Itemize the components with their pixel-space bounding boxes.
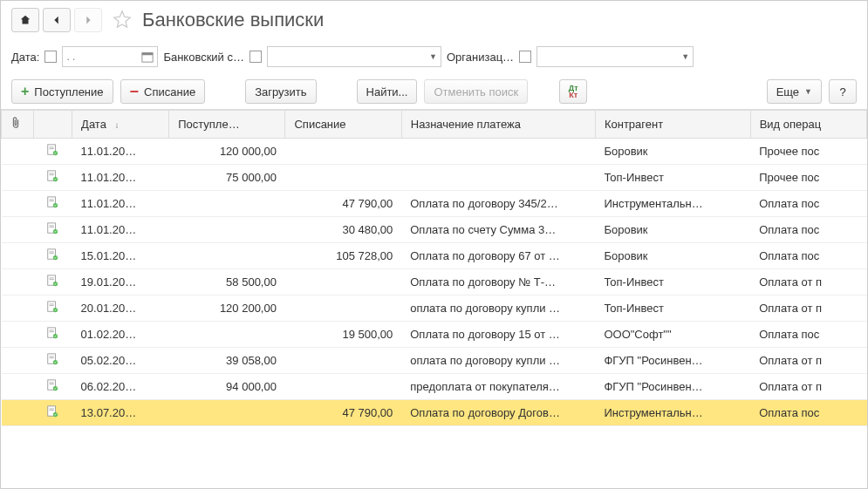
svg-rect-16 (50, 227, 54, 228)
document-icon (46, 301, 58, 313)
cell-expense: 47 790,00 (285, 400, 401, 426)
help-button[interactable]: ? (829, 79, 857, 104)
cell-income: 120 000,00 (169, 139, 285, 165)
date-placeholder: . . (66, 51, 75, 63)
org-filter-dropdown[interactable]: ▼ (537, 46, 694, 67)
back-button[interactable] (43, 8, 71, 32)
svg-rect-23 (50, 278, 54, 279)
cell-income: 39 058,00 (169, 348, 285, 374)
col-header-income[interactable]: Поступле… (169, 111, 285, 139)
home-button[interactable] (11, 8, 39, 32)
cell-type: Прочее пос (750, 139, 866, 165)
cell-date: 11.01.20… (72, 165, 169, 191)
bank-filter-dropdown[interactable]: ▼ (267, 46, 441, 67)
cell-party: ФГУП "Росинвен… (595, 374, 750, 400)
svg-rect-20 (50, 253, 54, 254)
date-filter-input[interactable]: . . (62, 46, 158, 67)
svg-rect-28 (50, 305, 54, 306)
svg-rect-43 (50, 409, 54, 410)
bank-filter-checkbox[interactable] (249, 51, 262, 63)
cell-attach (2, 243, 34, 269)
document-icon (46, 275, 58, 287)
col-header-attach[interactable] (2, 111, 34, 139)
col-header-party[interactable]: Контрагент (595, 111, 750, 139)
cell-purpose: Оплата по счету Сумма 3… (401, 217, 595, 243)
cell-expense (285, 348, 401, 374)
cell-purpose: предоплата от покупателя… (401, 374, 595, 400)
org-filter-label: Организац… (447, 51, 514, 64)
cell-party: Боровик (595, 139, 750, 165)
svg-rect-8 (50, 174, 54, 175)
svg-rect-15 (50, 226, 54, 227)
table-row[interactable]: 20.01.20…120 200,00оплата по договору ку… (2, 295, 867, 322)
income-button[interactable]: + Поступление (11, 79, 113, 104)
table-row[interactable]: 11.01.20…120 000,00БоровикПрочее пос (2, 139, 867, 165)
table-row[interactable]: 19.01.20…58 500,00Оплата по договору № Т… (2, 269, 867, 295)
chevron-down-icon: ▼ (804, 87, 812, 96)
table-row[interactable]: 11.01.20…75 000,00Топ-ИнвестПрочее пос (2, 165, 867, 191)
cell-date: 11.01.20… (72, 139, 169, 165)
find-button[interactable]: Найти... (357, 79, 418, 104)
document-icon (46, 144, 58, 156)
cell-purpose: Оплата по договору 15 от … (401, 322, 595, 348)
cell-party: Топ-Инвест (595, 295, 750, 322)
table-row[interactable]: 11.01.20…30 480,00Оплата по счету Сумма … (2, 217, 867, 243)
cell-attach (2, 348, 34, 374)
cell-type: Оплата пос (750, 243, 866, 269)
table-row[interactable]: 11.01.20…47 790,00Оплата по договору 345… (2, 191, 867, 217)
expense-button[interactable]: − Списание (120, 79, 206, 104)
cell-attach (2, 165, 34, 191)
table-wrap[interactable]: Дата ↓ Поступле… Списание Назначение пла… (1, 109, 867, 488)
chevron-down-icon: ▼ (429, 52, 437, 61)
document-icon (46, 222, 58, 234)
cell-purpose (401, 139, 595, 165)
col-header-type[interactable]: Вид операц (750, 111, 866, 139)
cell-doc-icon (33, 217, 72, 243)
nav-group (11, 8, 102, 32)
org-filter-checkbox[interactable] (519, 51, 531, 63)
dtkt-button[interactable]: ДтКт (559, 79, 587, 104)
cell-party: Инструментальн… (595, 400, 750, 426)
col-header-expense[interactable]: Списание (285, 111, 401, 139)
plus-icon: + (21, 85, 29, 98)
cell-expense (285, 295, 401, 322)
favorite-icon[interactable] (113, 10, 132, 31)
cell-attach (2, 295, 34, 322)
cell-type: Оплата от п (750, 348, 866, 374)
svg-rect-32 (50, 331, 54, 332)
cell-doc-icon (33, 139, 72, 165)
date-filter-checkbox[interactable] (44, 51, 57, 63)
table-row[interactable]: 15.01.20…105 728,00Оплата по договору 67… (2, 243, 867, 269)
arrow-right-icon (82, 14, 94, 26)
cell-attach (2, 374, 34, 400)
bank-filter-label: Банковский с… (163, 51, 244, 64)
table-row[interactable]: 06.02.20…94 000,00предоплата от покупате… (2, 374, 867, 400)
forward-button[interactable] (74, 8, 102, 32)
svg-rect-3 (50, 147, 54, 148)
more-button[interactable]: Еще ▼ (767, 79, 822, 104)
cell-doc-icon (33, 374, 72, 400)
cell-expense (285, 374, 401, 400)
table-row[interactable]: 13.07.20…47 790,00Оплата по договору Дог… (2, 400, 867, 426)
calendar-icon[interactable] (141, 51, 154, 63)
table-row[interactable]: 05.02.20…39 058,00оплата по договору куп… (2, 348, 867, 374)
attachment-icon (10, 117, 21, 129)
col-header-icon[interactable] (33, 111, 72, 139)
cell-expense (285, 165, 401, 191)
svg-rect-27 (50, 304, 54, 305)
document-icon (46, 248, 58, 261)
table-row[interactable]: 01.02.20…19 500,00Оплата по договору 15 … (2, 322, 867, 348)
cell-date: 20.01.20… (72, 295, 169, 322)
load-button[interactable]: Загрузить (245, 79, 316, 104)
document-icon (46, 196, 58, 208)
cell-attach (2, 400, 34, 426)
cell-date: 01.02.20… (72, 322, 169, 348)
col-header-date[interactable]: Дата ↓ (72, 111, 169, 139)
svg-rect-35 (50, 357, 54, 357)
cell-doc-icon (33, 243, 72, 269)
statements-table: Дата ↓ Поступле… Списание Назначение пла… (1, 110, 867, 426)
document-icon (46, 405, 58, 418)
cell-expense (285, 269, 401, 295)
col-header-purpose[interactable]: Назначение платежа (401, 111, 595, 139)
cell-income: 75 000,00 (169, 165, 285, 191)
